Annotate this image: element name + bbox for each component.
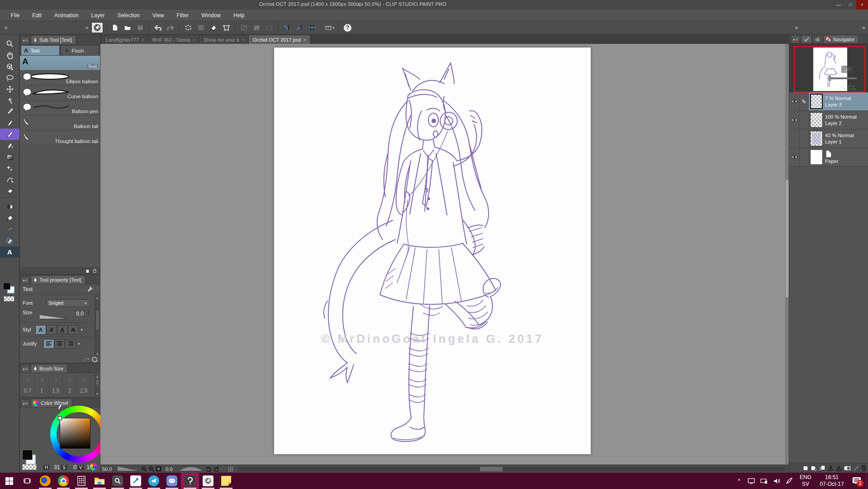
- wrench-icon[interactable]: [87, 286, 94, 292]
- taskbar-clip-studio-paint-active[interactable]: [181, 473, 199, 489]
- taskbar-chrome[interactable]: [54, 473, 72, 489]
- menu-animation[interactable]: Animation: [48, 10, 85, 21]
- correction-tool[interactable]: [0, 174, 19, 185]
- menu-help[interactable]: Help: [227, 10, 251, 21]
- merge-visible-icon[interactable]: [835, 465, 842, 471]
- snap-grid-button[interactable]: [306, 22, 318, 33]
- layer-thumbnail[interactable]: [810, 94, 823, 109]
- ruler-layer-icon[interactable]: [848, 85, 856, 91]
- saturation-value-square[interactable]: [60, 418, 90, 449]
- transform-button[interactable]: [220, 22, 232, 33]
- new-layer-folder-icon[interactable]: [810, 465, 817, 471]
- layer-thumbnail[interactable]: [810, 112, 823, 128]
- menu-window[interactable]: Window: [195, 10, 227, 21]
- gradient-tool[interactable]: [0, 151, 19, 163]
- tool-property-scrollbar[interactable]: ▲ ▼: [95, 296, 100, 356]
- sub-tool-group-text[interactable]: A Text: [21, 45, 60, 56]
- right-expand-icon[interactable]: »: [792, 24, 801, 31]
- doc-tab-orchid-active[interactable]: Orchid OCT 2017.psd ×: [249, 35, 309, 44]
- snap-ruler-button[interactable]: [281, 22, 293, 33]
- snap-special-ruler-button[interactable]: [294, 22, 305, 33]
- visibility-eye-icon[interactable]: [791, 155, 798, 159]
- fill-tool[interactable]: [0, 212, 19, 224]
- eraser-tool[interactable]: [0, 185, 19, 197]
- tab-close-icon[interactable]: ×: [304, 38, 306, 42]
- sub-tool-item-text[interactable]: A Text: [20, 56, 100, 71]
- menu-layer[interactable]: Layer: [85, 10, 111, 21]
- selection-border-button[interactable]: [263, 22, 275, 33]
- clock[interactable]: 16:51 07-Oct-17: [816, 474, 848, 488]
- tray-pen-icon[interactable]: [783, 473, 795, 489]
- taskbar-sticky-notes[interactable]: [217, 473, 235, 489]
- start-button[interactable]: [0, 473, 18, 489]
- airbrush-tool[interactable]: [0, 140, 19, 151]
- minimize-button[interactable]: —: [833, 0, 844, 10]
- brush-size-panel-tab[interactable]: Brush Size: [31, 364, 67, 373]
- tab-close-icon[interactable]: ×: [193, 38, 195, 42]
- taskbar-discord[interactable]: [163, 473, 181, 489]
- justify-more-icon[interactable]: ▼: [77, 342, 81, 345]
- register-settings-icon[interactable]: [92, 357, 98, 362]
- menu-view[interactable]: View: [146, 10, 171, 21]
- open-file-button[interactable]: [122, 22, 133, 33]
- sub-tool-panel-tab[interactable]: Sub Tool [Text]: [31, 35, 76, 44]
- sub-tool-item-ellipse-balloon[interactable]: Ellipse balloon: [20, 71, 100, 86]
- tray-volume-icon[interactable]: [771, 473, 783, 489]
- layer-thumbnail[interactable]: [810, 131, 823, 146]
- horizontal-scroll-thumb[interactable]: [480, 467, 503, 471]
- menu-filter[interactable]: Filter: [171, 10, 195, 21]
- main-color-swatch[interactable]: [22, 450, 33, 460]
- sv-handle[interactable]: [58, 416, 62, 420]
- size-value[interactable]: 9.0: [76, 311, 84, 317]
- sub-tool-item-balloon-tail[interactable]: Balloon tail: [20, 115, 100, 130]
- sub-tool-item-curve-balloon[interactable]: Curve balloon: [20, 86, 100, 101]
- spin-down-icon[interactable]: ▼: [87, 313, 90, 316]
- hand-tool[interactable]: [0, 49, 19, 61]
- style-bold-button[interactable]: A: [35, 325, 46, 335]
- right-collapse-icon[interactable]: «: [859, 24, 868, 31]
- brush-size-2.5[interactable]: 2.5: [77, 374, 91, 395]
- layer-row-1[interactable]: 43 % Normal Layer 1: [789, 129, 868, 148]
- size-spinner[interactable]: ▲ ▼: [87, 310, 90, 316]
- navigator-preview[interactable]: [789, 43, 868, 95]
- tray-display-icon[interactable]: [745, 473, 757, 489]
- reset-rotation-button[interactable]: [220, 466, 227, 472]
- panel-menu-icon[interactable]: ▸≡: [21, 399, 30, 407]
- layer-name[interactable]: Layer 1: [825, 139, 854, 145]
- layer-name[interactable]: Layer 3: [825, 101, 851, 108]
- wand-tool[interactable]: [0, 95, 19, 106]
- action-center-button[interactable]: 1: [849, 473, 865, 489]
- crop-button[interactable]: [238, 22, 250, 33]
- rotate-left-button[interactable]: [205, 466, 213, 472]
- saturation-value[interactable]: 0: [68, 464, 76, 470]
- sub-tool-item-thought-balloon-tail[interactable]: Thought balloon tail: [20, 130, 100, 145]
- maximize-button[interactable]: □: [844, 0, 856, 10]
- scroll-up-icon[interactable]: ▲: [96, 374, 99, 379]
- eyedropper-tool[interactable]: [0, 106, 19, 117]
- taskbar-clip-studio[interactable]: [199, 473, 217, 489]
- scroll-down-icon[interactable]: ▼: [96, 352, 99, 356]
- font-dropdown[interactable]: Sniglet ▼: [46, 299, 90, 307]
- rotate-right-button[interactable]: [213, 466, 220, 472]
- layer-name[interactable]: Layer 2: [825, 120, 857, 126]
- justify-left-button[interactable]: [43, 339, 54, 349]
- panel-menu-icon[interactable]: ▸≡: [21, 36, 30, 44]
- canvas-zoom-value[interactable]: 50.0: [102, 466, 116, 472]
- hue-value[interactable]: 31: [51, 464, 60, 470]
- brush-size-0.7[interactable]: 0.7: [21, 374, 35, 395]
- canvas-area[interactable]: © MrDinoGoat Ingela G. 2017: [100, 44, 789, 465]
- delete-layer-icon[interactable]: [861, 465, 867, 471]
- taskbar-file-explorer[interactable]: [90, 473, 109, 489]
- style-italic-button[interactable]: A: [46, 325, 57, 335]
- navigator-tab[interactable]: Navigator: [823, 35, 859, 43]
- brush-tool[interactable]: [0, 129, 19, 140]
- paper-thumbnail[interactable]: [810, 149, 823, 165]
- style-more-icon[interactable]: ▼: [80, 328, 83, 331]
- color-picker-mode-icon[interactable]: ▸: [90, 463, 97, 470]
- zoom-slider[interactable]: [118, 466, 138, 471]
- apply-mask-icon[interactable]: [853, 465, 859, 471]
- layer-row-3[interactable]: ✎ 7 % Normal Layer 3: [789, 92, 868, 111]
- pen-tool[interactable]: [0, 117, 19, 129]
- lasso-tool[interactable]: [0, 72, 19, 83]
- taskbar-drawing-app[interactable]: [127, 473, 145, 489]
